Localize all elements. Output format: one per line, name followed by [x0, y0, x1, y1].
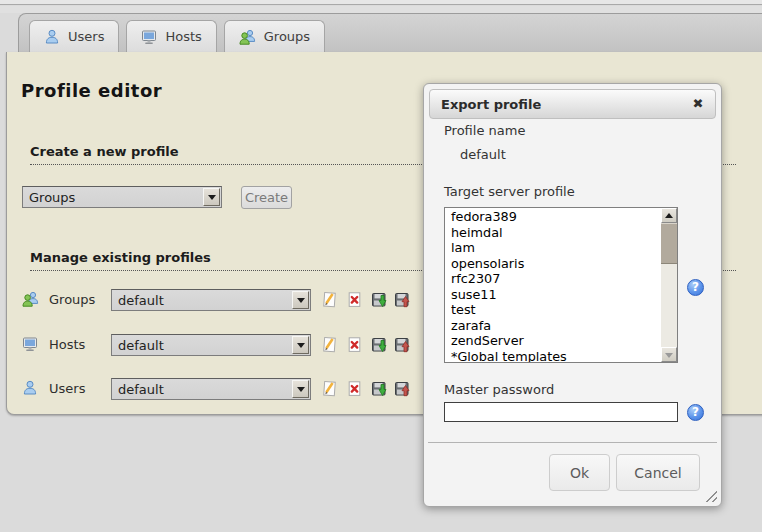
help-icon[interactable]: ? — [687, 279, 704, 296]
list-item[interactable]: *Global templates — [445, 349, 660, 364]
create-button[interactable]: Create — [241, 186, 292, 209]
export-profile-icon[interactable] — [394, 336, 411, 353]
master-password-input[interactable] — [444, 402, 678, 422]
groups-icon — [239, 29, 256, 45]
host-icon — [141, 29, 157, 45]
help-icon[interactable]: ? — [687, 404, 704, 421]
import-profile-icon[interactable] — [371, 336, 388, 353]
account-type-select[interactable]: Groups — [22, 186, 222, 208]
list-item[interactable]: fedora389 — [445, 209, 660, 225]
page-title: Profile editor — [21, 80, 162, 101]
chevron-down-icon[interactable] — [203, 188, 220, 206]
user-icon — [22, 380, 39, 397]
delete-profile-icon[interactable] — [346, 291, 363, 308]
tab-users-label: Users — [68, 29, 104, 44]
tab-hosts-label: Hosts — [165, 29, 201, 44]
list-item[interactable]: rfc2307 — [445, 271, 660, 287]
groups-icon — [22, 291, 39, 308]
list-item[interactable]: suse11 — [445, 287, 660, 303]
list-item[interactable]: heimdal — [445, 225, 660, 241]
tab-users[interactable]: Users — [29, 20, 119, 52]
list-item[interactable]: test — [445, 302, 660, 318]
hosts-profile-select[interactable]: default — [111, 334, 311, 356]
export-profile-icon[interactable] — [394, 291, 411, 308]
tab-list: Users Hosts — [29, 20, 325, 52]
groups-profile-select[interactable]: default — [111, 289, 311, 311]
host-icon — [22, 336, 39, 353]
dialog-buttonpane: Ok Cancel — [428, 442, 717, 504]
account-type-select-value: Groups — [29, 190, 75, 205]
import-profile-icon[interactable] — [371, 380, 388, 397]
chevron-down-icon[interactable] — [292, 380, 309, 398]
listbox-items: fedora389 heimdal lam opensolaris rfc230… — [445, 209, 660, 363]
dialog-title: Export profile — [441, 97, 541, 112]
close-icon[interactable]: ✖ — [690, 96, 706, 112]
tab-hosts[interactable]: Hosts — [126, 20, 216, 52]
groups-profile-select-value: default — [118, 293, 164, 308]
delete-profile-icon[interactable] — [346, 380, 363, 397]
list-item[interactable]: lam — [445, 240, 660, 256]
edit-profile-icon[interactable] — [321, 336, 338, 353]
chevron-down-icon[interactable] — [292, 291, 309, 309]
window-top-strip — [0, 0, 762, 5]
list-item[interactable]: zendServer — [445, 333, 660, 349]
scroll-up-icon[interactable] — [661, 208, 677, 223]
scrollbar-thumb[interactable] — [661, 223, 677, 264]
account-type-tabbar: Users Hosts — [18, 13, 762, 52]
users-profile-select[interactable]: default — [111, 378, 311, 400]
list-item[interactable]: zarafa — [445, 318, 660, 334]
ok-button[interactable]: Ok — [549, 454, 610, 491]
delete-profile-icon[interactable] — [346, 336, 363, 353]
user-icon — [44, 29, 60, 45]
profile-name-value: default — [460, 147, 506, 162]
listbox-scrollbar[interactable] — [661, 208, 677, 362]
app-window: Users Hosts — [0, 0, 762, 532]
cancel-button[interactable]: Cancel — [616, 454, 700, 491]
master-password-label: Master password — [444, 382, 554, 397]
row-label: Users — [49, 381, 85, 396]
export-profile-icon[interactable] — [394, 380, 411, 397]
tab-groups-label: Groups — [264, 29, 310, 44]
row-label: Hosts — [49, 337, 85, 352]
edit-profile-icon[interactable] — [321, 291, 338, 308]
import-profile-icon[interactable] — [371, 291, 388, 308]
tab-groups[interactable]: Groups — [224, 20, 325, 52]
list-item[interactable]: opensolaris — [445, 256, 660, 272]
window-top-strip-2 — [0, 6, 762, 13]
target-server-profile-listbox[interactable]: fedora389 heimdal lam opensolaris rfc230… — [444, 207, 678, 363]
dialog-titlebar[interactable]: Export profile ✖ — [429, 89, 716, 119]
scroll-down-icon[interactable] — [661, 347, 677, 362]
profile-name-label: Profile name — [444, 123, 525, 138]
hosts-profile-select-value: default — [118, 338, 164, 353]
row-label: Groups — [49, 292, 95, 307]
edit-profile-icon[interactable] — [321, 380, 338, 397]
chevron-down-icon[interactable] — [292, 336, 309, 354]
users-profile-select-value: default — [118, 382, 164, 397]
target-server-profile-label: Target server profile — [444, 184, 575, 199]
export-profile-dialog: Export profile ✖ Profile name default Ta… — [423, 83, 722, 507]
